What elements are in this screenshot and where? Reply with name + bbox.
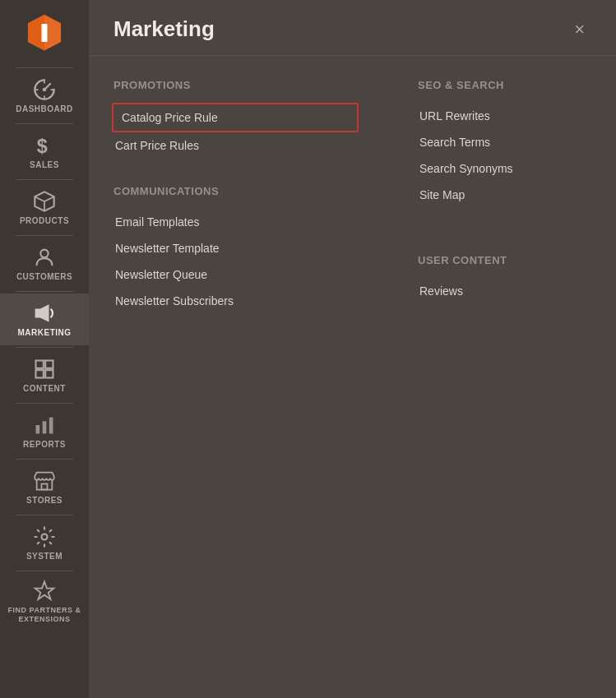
newsletter-template-link[interactable]: Newsletter Template	[113, 235, 360, 261]
catalog-price-rule-link[interactable]: Catalog Price Rule	[112, 103, 359, 132]
section-gap-3	[418, 228, 591, 247]
sidebar-item-system[interactable]: SYSTEM	[0, 517, 89, 569]
partners-icon	[33, 580, 56, 603]
sidebar-divider-4	[16, 291, 73, 292]
svg-rect-11	[36, 425, 40, 434]
sidebar-item-content[interactable]: CONTENT	[0, 349, 89, 401]
communications-heading: Communications	[113, 185, 360, 197]
logo-area	[0, 0, 89, 66]
sidebar-divider-top	[16, 67, 73, 68]
sidebar-item-label-system: SYSTEM	[26, 552, 63, 561]
panel-content: Promotions Catalog Price Rule Cart Price…	[89, 56, 616, 331]
svg-rect-9	[36, 370, 44, 377]
content-icon	[33, 358, 56, 381]
svg-point-15	[42, 534, 48, 540]
svg-rect-2	[42, 24, 48, 42]
svg-rect-13	[49, 418, 53, 434]
search-terms-link[interactable]: Search Terms	[418, 129, 591, 155]
sidebar: DASHBOARD $ SALES PRODUCTS CUSTOMERS MAR	[0, 0, 89, 698]
section-gap-2	[418, 208, 591, 228]
sidebar-item-products[interactable]: PRODUCTS	[0, 182, 89, 233]
sidebar-divider-1	[16, 123, 73, 124]
svg-rect-10	[45, 370, 53, 377]
seo-heading: SEO & Search	[418, 79, 591, 91]
svg-rect-7	[36, 361, 44, 368]
promotions-heading: Promotions	[113, 79, 360, 91]
newsletter-subscribers-link[interactable]: Newsletter Subscribers	[113, 288, 360, 314]
svg-marker-6	[36, 306, 49, 321]
sidebar-item-label-products: PRODUCTS	[20, 216, 69, 225]
sidebar-item-label-stores: STORES	[26, 496, 63, 505]
sidebar-item-label-customers: CUSTOMERS	[16, 272, 72, 281]
sidebar-divider-2	[16, 179, 73, 180]
magento-logo-icon	[25, 13, 64, 53]
sales-icon: $	[33, 134, 56, 157]
communications-section: Communications Email Templates Newslette…	[113, 185, 360, 314]
sidebar-divider-3	[16, 235, 73, 236]
svg-rect-14	[42, 484, 48, 490]
search-synonyms-link[interactable]: Search Synonyms	[418, 155, 591, 182]
sidebar-item-label-dashboard: DASHBOARD	[16, 104, 73, 113]
sidebar-item-stores[interactable]: STORES	[0, 461, 89, 513]
cart-price-rules-link[interactable]: Cart Price Rules	[113, 132, 360, 159]
sidebar-divider-7	[16, 459, 73, 460]
svg-rect-12	[43, 421, 47, 433]
sidebar-item-label-reports: REPORTS	[23, 440, 66, 449]
customers-icon	[33, 246, 56, 269]
user-content-section: User Content Reviews	[418, 254, 591, 304]
sidebar-item-label-content: CONTENT	[23, 384, 66, 393]
sidebar-item-label-sales: SALES	[30, 160, 59, 169]
sidebar-item-reports[interactable]: REPORTS	[0, 405, 89, 457]
marketing-icon	[33, 302, 56, 325]
sidebar-divider-9	[16, 571, 73, 571]
svg-text:$: $	[37, 136, 48, 157]
sidebar-item-label-marketing: MARKETING	[17, 328, 71, 337]
marketing-panel: Marketing × Promotions Catalog Price Rul…	[89, 0, 616, 698]
seo-section: SEO & Search URL Rewrites Search Terms S…	[418, 79, 591, 208]
svg-rect-8	[45, 361, 53, 368]
sidebar-item-customers[interactable]: CUSTOMERS	[0, 238, 89, 289]
panel-left-column: Promotions Catalog Price Rule Cart Price…	[113, 72, 377, 314]
dashboard-icon	[33, 78, 56, 101]
user-content-heading: User Content	[418, 254, 591, 266]
sidebar-divider-6	[16, 403, 73, 404]
email-templates-link[interactable]: Email Templates	[113, 209, 360, 235]
sidebar-divider-8	[16, 515, 73, 515]
promotions-section: Promotions Catalog Price Rule Cart Price…	[113, 79, 360, 159]
reviews-link[interactable]: Reviews	[418, 278, 591, 304]
system-icon	[33, 525, 56, 548]
svg-point-5	[40, 250, 48, 257]
sidebar-item-dashboard[interactable]: DASHBOARD	[0, 70, 89, 122]
panel-title: Marketing	[113, 16, 215, 42]
stores-icon	[33, 469, 56, 492]
close-button[interactable]: ×	[567, 17, 591, 42]
newsletter-queue-link[interactable]: Newsletter Queue	[113, 261, 360, 288]
panel-header: Marketing ×	[89, 0, 616, 56]
panel-right-column: SEO & Search URL Rewrites Search Terms S…	[410, 72, 591, 314]
reports-icon	[33, 414, 56, 437]
sidebar-item-sales[interactable]: $ SALES	[0, 126, 89, 178]
site-map-link[interactable]: Site Map	[418, 182, 591, 208]
section-gap-1	[113, 159, 360, 178]
sidebar-item-label-partners: FIND PARTNERS & EXTENSIONS	[3, 606, 86, 624]
url-rewrites-link[interactable]: URL Rewrites	[418, 103, 591, 129]
sidebar-item-partners[interactable]: FIND PARTNERS & EXTENSIONS	[0, 573, 89, 631]
sidebar-item-marketing[interactable]: MARKETING	[0, 294, 89, 345]
products-icon	[33, 190, 56, 213]
sidebar-divider-5	[16, 347, 73, 348]
